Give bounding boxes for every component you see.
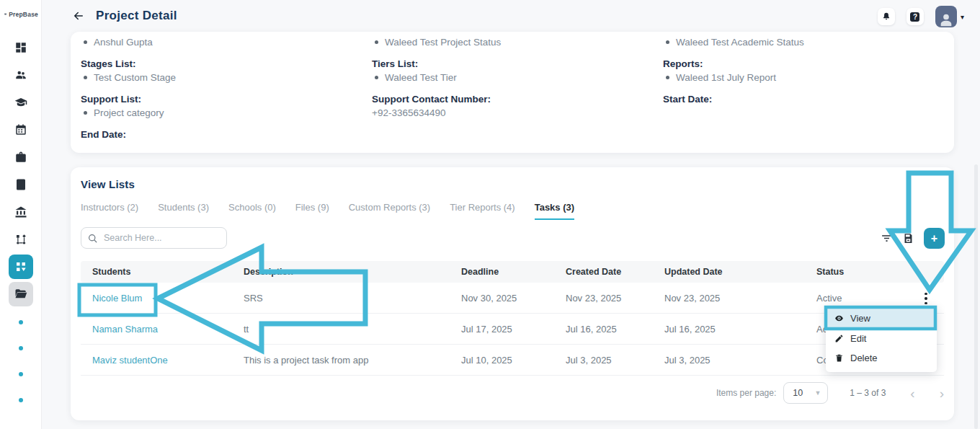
menu-item-edit[interactable]: Edit bbox=[826, 329, 937, 348]
cell-updated: Nov 23, 2025 bbox=[664, 293, 816, 304]
topbar: Project Detail ? ▾ bbox=[42, 0, 980, 32]
filter-button[interactable] bbox=[881, 232, 893, 244]
cell-created: Jul 16, 2025 bbox=[566, 324, 664, 335]
eye-icon bbox=[834, 314, 844, 323]
back-arrow-icon bbox=[72, 9, 85, 22]
bullet-icon bbox=[666, 76, 669, 79]
table-row: Nicole Blum SRS Nov 30, 2025 Nov 23, 202… bbox=[81, 283, 944, 314]
user-menu[interactable]: ▾ bbox=[935, 6, 964, 27]
bank-building-icon bbox=[14, 205, 27, 218]
list-item: Waleed 1st July Report bbox=[663, 71, 954, 84]
sidebar-subitem-dot-3[interactable] bbox=[19, 372, 23, 376]
col-header-description: Description bbox=[244, 267, 461, 277]
sidebar-item-dashboard[interactable] bbox=[9, 35, 33, 60]
view-lists-card: View Lists Instructors (2) Students (3) … bbox=[71, 167, 954, 420]
list-item: Waleed Test Academic Status bbox=[663, 36, 954, 48]
brand-logo[interactable]: PrepBase bbox=[0, 0, 41, 18]
col-header-updated: Updated Date bbox=[664, 267, 816, 277]
sidebar-subitem-dot-2[interactable] bbox=[19, 346, 23, 350]
back-button[interactable] bbox=[72, 9, 86, 24]
tab-custom-reports[interactable]: Custom Reports (3) bbox=[349, 202, 430, 220]
items-per-page-label: Items per page: bbox=[716, 388, 776, 398]
list-item: Anshul Gupta bbox=[81, 36, 372, 48]
overview-column-3: Waleed Test Academic Status Reports: Wal… bbox=[663, 36, 954, 141]
view-lists-title: View Lists bbox=[81, 178, 135, 190]
table-row: Naman Sharma tt Jul 17, 2025 Jul 16, 202… bbox=[81, 314, 944, 345]
list-item: Test Custom Stage bbox=[81, 71, 372, 84]
save-button[interactable] bbox=[902, 232, 914, 244]
bullet-icon bbox=[84, 111, 87, 115]
list-tabs: Instructors (2) Students (3) Schools (0)… bbox=[81, 202, 574, 220]
menu-item-delete[interactable]: Delete bbox=[826, 348, 937, 368]
row-actions-kebab-button[interactable] bbox=[921, 291, 931, 306]
calendar-icon bbox=[14, 123, 27, 136]
page-title: Project Detail bbox=[96, 9, 177, 23]
sidebar-item-apps-active[interactable] bbox=[9, 255, 33, 279]
trash-icon bbox=[834, 353, 844, 363]
student-link[interactable]: Nicole Blum bbox=[92, 293, 244, 304]
dashboard-icon bbox=[14, 41, 27, 54]
support-list-label: Support List: bbox=[81, 93, 372, 105]
tiers-list-label: Tiers List: bbox=[372, 58, 663, 70]
sidebar-item-school[interactable] bbox=[9, 200, 33, 224]
cell-created: Nov 23, 2025 bbox=[566, 293, 664, 304]
book-icon bbox=[14, 178, 27, 191]
bullet-icon bbox=[666, 40, 669, 44]
tasks-table: Students Description Deadline Created Da… bbox=[81, 261, 944, 376]
bag-icon bbox=[14, 151, 27, 164]
brand-name: PrepBase bbox=[9, 11, 38, 18]
bullet-icon bbox=[84, 76, 87, 79]
tab-instructors[interactable]: Instructors (2) bbox=[81, 202, 138, 220]
page-scrollbar[interactable] bbox=[974, 164, 978, 429]
cell-created: Jul 3, 2025 bbox=[566, 355, 664, 366]
sidebar-item-hierarchy[interactable] bbox=[9, 227, 33, 252]
row-actions-menu: View Edit Delete bbox=[826, 306, 937, 372]
stages-list-label: Stages List: bbox=[81, 58, 372, 70]
prev-page-button[interactable]: ‹ bbox=[910, 386, 914, 400]
search-box[interactable] bbox=[81, 227, 227, 249]
list-item: Waleed Test Project Status bbox=[372, 36, 663, 48]
sidebar-item-bag[interactable] bbox=[9, 145, 33, 169]
apps-grid-icon bbox=[14, 260, 27, 273]
cell-updated: Jul 16, 2025 bbox=[664, 324, 816, 335]
graduation-cap-icon bbox=[14, 96, 27, 109]
table-header-row: Students Description Deadline Created Da… bbox=[81, 261, 944, 283]
cell-deadline: Jul 10, 2025 bbox=[461, 355, 566, 366]
cell-description: SRS bbox=[244, 293, 461, 304]
search-input[interactable] bbox=[104, 233, 212, 243]
help-button[interactable]: ? bbox=[906, 8, 924, 25]
cell-deadline: Jul 17, 2025 bbox=[461, 324, 566, 335]
bullet-icon bbox=[375, 40, 378, 44]
col-header-deadline: Deadline bbox=[461, 267, 566, 277]
sidebar-item-calendar[interactable] bbox=[9, 118, 33, 142]
sidebar-item-users[interactable] bbox=[9, 63, 33, 87]
student-link[interactable]: Naman Sharma bbox=[92, 324, 244, 335]
folder-open-icon bbox=[14, 288, 27, 301]
col-header-status: Status bbox=[816, 267, 944, 277]
tab-schools[interactable]: Schools (0) bbox=[228, 202, 276, 220]
add-task-button[interactable]: + bbox=[924, 228, 945, 249]
student-link[interactable]: Maviz studentOne bbox=[92, 355, 244, 366]
search-icon bbox=[87, 233, 98, 244]
sidebar-item-students[interactable] bbox=[9, 90, 33, 115]
notifications-button[interactable] bbox=[878, 8, 895, 25]
sidebar-item-book[interactable] bbox=[9, 172, 33, 197]
items-per-page-select[interactable]: 10 ▼ bbox=[783, 382, 828, 404]
avatar bbox=[935, 6, 957, 27]
list-item: Project category bbox=[81, 107, 372, 119]
start-date-label: Start Date: bbox=[663, 93, 954, 105]
sidebar-subitem-dot-4[interactable] bbox=[19, 398, 23, 402]
menu-item-view[interactable]: View bbox=[826, 308, 937, 329]
tab-tier-reports[interactable]: Tier Reports (4) bbox=[450, 202, 515, 220]
list-item: Waleed Test Tier bbox=[372, 71, 663, 84]
table-toolbar: + bbox=[881, 228, 945, 249]
next-page-button[interactable]: › bbox=[940, 386, 944, 400]
tab-files[interactable]: Files (9) bbox=[295, 202, 329, 220]
person-icon bbox=[938, 12, 954, 27]
sidebar-subitem-dot-1[interactable] bbox=[19, 320, 23, 324]
support-contact-number: +92-3365634490 bbox=[372, 107, 663, 119]
tab-students[interactable]: Students (3) bbox=[158, 202, 209, 220]
cell-description: tt bbox=[244, 324, 461, 335]
sidebar-item-projects-folder[interactable] bbox=[9, 282, 33, 306]
tab-tasks-active[interactable]: Tasks (3) bbox=[535, 202, 574, 220]
